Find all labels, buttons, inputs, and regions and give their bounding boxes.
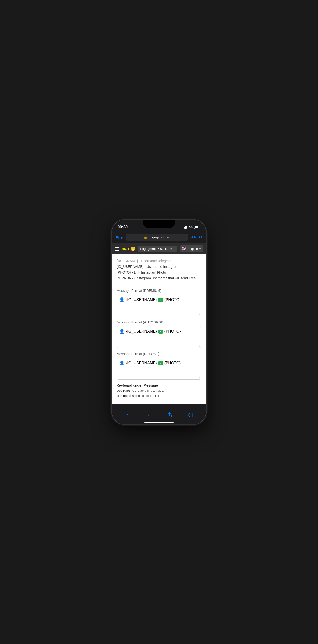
signal-bar-4 (186, 226, 187, 228)
user-icon-repost: 👤 (119, 360, 125, 366)
language-label: English (187, 247, 198, 250)
status-time: 00:30 (118, 224, 128, 230)
variable-mirror: {MIRROR} - Instagram Username that will … (117, 276, 201, 281)
nav-bar: 9401 🪙 EngageBot.PRO ◆.. ▼ 🇬🇧 English ▼ (112, 243, 206, 254)
resize-handle-repost[interactable]: ⌟ (198, 375, 200, 378)
browser-url: engagebot.pro (149, 235, 170, 239)
svg-point-1 (190, 414, 191, 416)
repost-photo: {PHOTO} (164, 361, 180, 365)
bot-name: EngageBot.PRO ◆.. (140, 247, 168, 250)
repost-content: 👤 {IG_USERNAME} ✓ {PHOTO} (119, 360, 199, 366)
flag-icon: 🇬🇧 (181, 246, 186, 251)
variable-photo: {PHOTO} - Link Instagram Photo (117, 270, 201, 276)
compass-button[interactable] (185, 411, 196, 420)
signal-bars (183, 226, 187, 228)
stack-icon: 🪙 (130, 246, 135, 251)
checkmark-repost: ✓ (158, 361, 163, 365)
user-icon-premium: 👤 (119, 297, 125, 302)
nav-credits: 9401 🪙 (122, 246, 135, 251)
notch (143, 220, 175, 228)
premium-label: Message Format (PREMIUM) (117, 289, 201, 292)
autodrop-textarea[interactable]: 👤 {IG_USERNAME} ✓ {PHOTO} ⌟ (117, 326, 201, 348)
autodrop-ig-username: {IG_USERNAME} (126, 329, 157, 334)
lang-dropdown-icon: ▼ (199, 248, 201, 250)
repost-section: Message Format (REPOST) 👤 {IG_USERNAME} … (117, 352, 201, 380)
premium-ig-username: {IG_USERNAME} (126, 298, 157, 302)
autodrop-section: Message Format (AUTODROP) 👤 {IG_USERNAME… (117, 320, 201, 348)
nav-bot-selector[interactable]: EngageBot.PRO ◆.. ▼ (138, 246, 177, 252)
hamburger-menu[interactable] (115, 247, 120, 250)
share-button[interactable] (164, 411, 175, 420)
repost-ig-username: {IG_USERNAME} (126, 361, 157, 365)
variable-username: {USERNAME} - Username Telegram (117, 258, 201, 264)
browser-nav: ‹ › (112, 404, 206, 422)
browser-aa-button[interactable]: AA (191, 235, 196, 239)
premium-section: Message Format (PREMIUM) 👤 {IG_USERNAME}… (117, 289, 201, 316)
premium-photo: {PHOTO} (164, 298, 180, 302)
keyboard-section: Keyboard under Message Use rules to crea… (117, 384, 201, 398)
battery-fill (195, 226, 198, 228)
credits-value: 9401 (122, 247, 130, 251)
status-icons: 4G (183, 225, 200, 229)
nav-language-selector[interactable]: 🇬🇧 English ▼ (180, 245, 203, 252)
browser-back-button[interactable]: Fine (116, 235, 123, 240)
browser-refresh-button[interactable]: ↻ (199, 234, 202, 240)
phone-frame: 00:30 4G Fine 🔒 engagebot.pro (112, 220, 206, 424)
browser-bar: Fine 🔒 engagebot.pro AA ↻ (112, 232, 206, 243)
variable-ig-username: {IG_USERNAME} - Username Instagram (117, 264, 201, 270)
checkmark-premium: ✓ (158, 298, 163, 302)
main-content: {USERNAME} - Username Telegram {IG_USERN… (112, 254, 206, 404)
divider-1 (117, 285, 201, 285)
home-bar (145, 422, 173, 423)
nav-back-button[interactable]: ‹ (122, 411, 133, 420)
autodrop-content: 👤 {IG_USERNAME} ✓ {PHOTO} (119, 329, 199, 334)
autodrop-label: Message Format (AUTODROP) (117, 320, 201, 324)
checkmark-autodrop: ✓ (158, 330, 163, 334)
autodrop-photo: {PHOTO} (164, 329, 180, 334)
premium-textarea[interactable]: 👤 {IG_USERNAME} ✓ {PHOTO} ⌟ (117, 294, 201, 316)
network-type: 4G (188, 225, 193, 229)
repost-label: Message Format (REPOST) (117, 352, 201, 356)
resize-handle-premium[interactable]: ⌟ (198, 312, 200, 316)
user-icon-autodrop: 👤 (119, 329, 125, 334)
browser-url-area[interactable]: 🔒 engagebot.pro (126, 234, 188, 241)
resize-handle-autodrop[interactable]: ⌟ (198, 344, 200, 347)
list-keyword: list (123, 394, 128, 398)
signal-bar-2 (184, 227, 185, 228)
keyboard-desc-1: Use rules to create a link to rules. (117, 388, 201, 394)
home-indicator (112, 422, 206, 424)
nav-forward-button[interactable]: › (143, 411, 154, 420)
keyboard-title: Keyboard under Message (117, 384, 201, 387)
repost-textarea[interactable]: 👤 {IG_USERNAME} ✓ {PHOTO} ⌟ (117, 358, 201, 380)
bottom-bar: ‹ › (112, 404, 206, 424)
keyboard-desc-2: Use list to add a link to the list (117, 394, 201, 398)
variables-list: {USERNAME} - Username Telegram {IG_USERN… (117, 258, 201, 281)
bot-dropdown-icon: ▼ (170, 248, 172, 250)
lock-icon: 🔒 (144, 236, 147, 239)
premium-content: 👤 {IG_USERNAME} ✓ {PHOTO} (119, 297, 199, 302)
rules-keyword: rules (123, 389, 131, 392)
phone-screen: 00:30 4G Fine 🔒 engagebot.pro (112, 220, 206, 424)
signal-bar-1 (183, 228, 183, 228)
battery-icon (194, 226, 200, 229)
signal-bar-3 (185, 226, 186, 228)
